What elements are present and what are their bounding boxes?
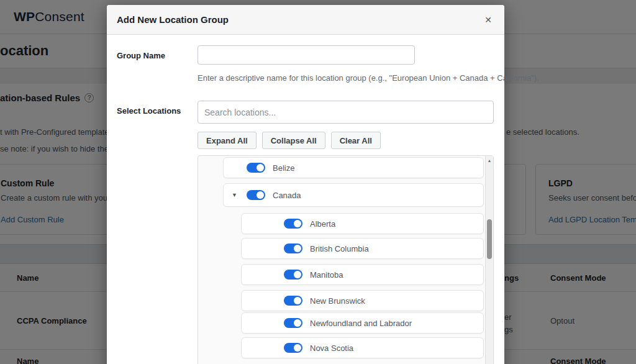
location-row-canada: ▼ Canada (223, 183, 484, 207)
group-name-label: Group Name (117, 51, 165, 60)
location-row-nova-scotia: Nova Scotia (241, 337, 484, 358)
location-row-newfoundland-and-labrador: Newfoundland and Labrador (241, 312, 484, 334)
location-row-manitoba: Manitoba (241, 264, 484, 285)
toggle-knob (294, 297, 301, 304)
location-toggle[interactable] (284, 296, 302, 306)
clear-all-button[interactable]: Clear All (331, 132, 381, 149)
scroll-up-arrow-icon[interactable]: ▲ (486, 158, 493, 163)
list-scrollbar[interactable]: ▲ (485, 156, 493, 364)
toggle-knob (294, 220, 301, 227)
location-row-alberta: Alberta (241, 213, 484, 234)
location-row-new-brunswick: New Brunswick (241, 290, 484, 311)
location-row-belize: ▼ Belize (223, 157, 484, 178)
location-label: Manitoba (310, 270, 343, 280)
location-row-british-columbia: British Columbia (241, 238, 484, 259)
location-label: Canada (273, 191, 301, 200)
modal-header: Add New Location Group ✕ (107, 5, 504, 35)
expand-all-button[interactable]: Expand All (198, 132, 257, 149)
search-locations-input[interactable] (198, 101, 494, 124)
location-label: Newfoundland and Labrador (310, 319, 412, 328)
location-toggle[interactable] (284, 270, 302, 280)
group-name-input[interactable] (198, 45, 415, 65)
location-toggle[interactable] (247, 163, 265, 173)
toggle-knob (294, 245, 301, 252)
close-icon[interactable]: ✕ (481, 12, 496, 27)
location-label: Belize (273, 163, 294, 173)
location-toggle[interactable] (284, 318, 302, 328)
toggle-knob (294, 344, 301, 352)
location-label: British Columbia (310, 244, 369, 253)
select-locations-label: Select Locations (117, 106, 181, 116)
add-location-group-modal: Add New Location Group ✕ Group Name Ente… (107, 5, 504, 364)
location-label: Nova Scotia (310, 344, 353, 353)
toggle-knob (294, 271, 301, 278)
location-toggle[interactable] (284, 243, 302, 253)
location-toggle[interactable] (284, 343, 302, 353)
group-name-helper-text: Enter a descriptive name for this locati… (198, 73, 539, 83)
scrollbar-thumb[interactable] (487, 219, 492, 259)
toggle-knob (294, 319, 301, 327)
list-action-buttons: Expand All Collapse All Clear All (198, 132, 381, 149)
location-toggle[interactable] (247, 190, 265, 200)
location-toggle[interactable] (284, 219, 302, 229)
locations-list: ▼ Belize ▼ Canada Alberta British Columb… (198, 155, 494, 364)
collapse-all-button[interactable]: Collapse All (262, 132, 325, 149)
location-label: Alberta (310, 219, 335, 229)
toggle-knob (257, 191, 264, 199)
location-label: New Brunswick (310, 296, 365, 306)
toggle-knob (257, 164, 264, 171)
modal-title: Add New Location Group (117, 5, 229, 35)
collapse-caret-icon[interactable]: ▼ (232, 192, 247, 198)
